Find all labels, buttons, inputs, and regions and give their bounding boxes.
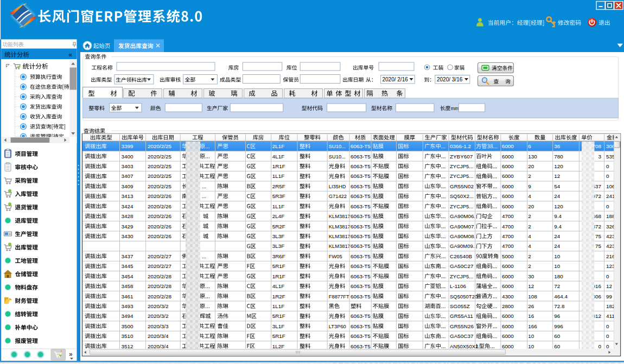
svg-text:GA90M07.: GA90M07. <box>450 223 475 229</box>
svg-text:5R2F: 5R2F <box>272 223 285 229</box>
svg-text:2020/2/25: 2020/2/25 <box>148 173 171 179</box>
svg-text:4L1F: 4L1F <box>272 154 285 159</box>
svg-text:2020/3/2: 2020/3/2 <box>148 303 168 309</box>
svg-text:6000: 6000 <box>502 173 514 179</box>
svg-text:6000: 6000 <box>502 313 514 319</box>
svg-text:6000: 6000 <box>502 343 514 349</box>
svg-text:AN50X50X2: AN50X50X2 <box>450 343 478 349</box>
svg-text:2800: 2800 <box>502 303 514 309</box>
svg-text:1L2F: 1L2F <box>272 343 285 349</box>
svg-text:2020/2/26: 2020/2/26 <box>148 193 171 199</box>
svg-text:5000: 5000 <box>502 253 514 259</box>
svg-text:...: ... <box>202 183 206 189</box>
svg-text:FW05: FW05 <box>329 253 342 259</box>
svg-text:2020/2/25: 2020/2/25 <box>148 163 171 169</box>
svg-text:3L1F: 3L1F <box>272 323 285 329</box>
svg-text:5R3F: 5R3F <box>272 193 285 199</box>
svg-text:3461: 3461 <box>122 293 133 299</box>
svg-text:6063-T5: 6063-T5 <box>351 243 371 249</box>
svg-text:99: 99 <box>606 293 612 299</box>
svg-text:6063-T5: 6063-T5 <box>351 173 371 179</box>
svg-text:75: 75 <box>595 233 601 239</box>
svg-text:180: 180 <box>554 273 563 279</box>
svg-text:6063-T5: 6063-T5 <box>351 323 371 329</box>
svg-text:2020/ 3/16: 2020/ 3/16 <box>437 76 463 82</box>
svg-text:6000: 6000 <box>502 193 514 199</box>
svg-text:3429: 3429 <box>122 223 133 229</box>
svg-text:60: 60 <box>554 333 560 339</box>
svg-text:6063-T5: 6063-T5 <box>351 233 371 239</box>
svg-text:1R1F: 1R1F <box>272 163 285 169</box>
svg-text:GA50C27: GA50C27 <box>450 263 473 269</box>
svg-text:2020/2/26: 2020/2/26 <box>148 233 171 239</box>
svg-text:2: 2 <box>528 213 531 219</box>
svg-text:6063-T5: 6063-T5 <box>351 293 371 299</box>
svg-text:3R6F: 3R6F <box>272 253 285 259</box>
svg-text:ZYCJP5...: ZYCJP5... <box>450 273 473 279</box>
svg-text:0: 0 <box>606 323 609 329</box>
svg-text:6063-T5: 6063-T5 <box>351 253 371 259</box>
svg-text:996: 996 <box>554 323 563 329</box>
svg-text:1R1F: 1R1F <box>272 273 285 279</box>
svg-text:6000: 6000 <box>502 143 514 149</box>
svg-text:1L1F: 1L1F <box>272 303 285 309</box>
svg-text:ZYCJP5...: ZYCJP5... <box>450 173 473 179</box>
svg-text:2020/2/25: 2020/2/25 <box>148 143 171 149</box>
svg-text:6000: 6000 <box>502 323 514 329</box>
svg-text:C26540B: C26540B <box>450 253 473 259</box>
svg-text:GR55A11: GR55A11 <box>450 313 473 319</box>
svg-text:36: 36 <box>554 143 560 149</box>
svg-text:6063-T5: 6063-T5 <box>351 263 371 269</box>
svg-text:2020/2/28: 2020/2/28 <box>148 273 171 279</box>
svg-text:3500: 3500 <box>122 323 133 329</box>
svg-text:KLM3817: KLM3817 <box>329 233 351 239</box>
svg-text:3510: 3510 <box>122 333 133 339</box>
svg-text:24: 24 <box>554 233 560 239</box>
svg-text:24: 24 <box>554 193 560 199</box>
svg-text:4: 4 <box>528 193 531 199</box>
svg-text:»: » <box>69 350 73 358</box>
svg-text:6063-T5: 6063-T5 <box>351 163 371 169</box>
svg-text:2020/2/26: 2020/2/26 <box>148 203 171 209</box>
svg-text:1L1F: 1L1F <box>272 173 285 179</box>
svg-text:3403: 3403 <box>122 163 133 169</box>
svg-text:72: 72 <box>554 283 560 289</box>
svg-text:GA50C37: GA50C37 <box>450 333 473 339</box>
svg-text:2: 2 <box>528 263 531 269</box>
svg-text:LT3P60: LT3P60 <box>329 323 346 329</box>
svg-text:4300: 4300 <box>502 293 514 299</box>
svg-text:0: 0 <box>598 343 602 349</box>
svg-text:75: 75 <box>595 243 601 249</box>
svg-text:5R1F: 5R1F <box>272 263 285 269</box>
svg-text:4700: 4700 <box>502 233 514 239</box>
svg-text:G71422: G71422 <box>329 193 347 199</box>
svg-text:L-1106: L-1106 <box>450 283 467 289</box>
svg-text:0: 0 <box>606 163 609 169</box>
svg-text:2: 2 <box>528 253 531 259</box>
svg-text:SQ5050T20: SQ5050T20 <box>450 293 477 299</box>
svg-text:6063-T5: 6063-T5 <box>351 283 371 289</box>
svg-text:2020/2/25: 2020/2/25 <box>148 154 171 159</box>
svg-text:12: 12 <box>554 173 560 179</box>
svg-text:...: ... <box>202 193 206 199</box>
svg-text:96: 96 <box>554 313 560 319</box>
svg-text:2020/2/28: 2020/2/28 <box>148 283 171 289</box>
svg-text:2020/2/26: 2020/2/26 <box>148 213 171 219</box>
svg-text:6000: 6000 <box>502 203 514 209</box>
svg-text:2020/3/3: 2020/3/3 <box>148 323 169 329</box>
svg-text:3L3F: 3L3F <box>272 233 285 239</box>
svg-text:GA90M06.: GA90M06. <box>450 213 475 219</box>
svg-text:1L1F: 1L1F <box>272 203 285 209</box>
svg-text:2020/2/25: 2020/2/25 <box>148 183 171 189</box>
svg-text:3428: 3428 <box>122 213 133 219</box>
svg-text:4700: 4700 <box>502 223 514 229</box>
svg-text:F8877FT: F8877FT <box>329 293 349 299</box>
svg-text:182: 182 <box>606 303 615 309</box>
svg-text:2L1F: 2L1F <box>272 143 285 149</box>
svg-text:6063-T5: 6063-T5 <box>351 143 371 149</box>
svg-text:2020/3/2: 2020/3/2 <box>148 313 168 319</box>
svg-text:GR55N26: GR55N26 <box>450 323 474 329</box>
svg-text:6000: 6000 <box>502 183 514 189</box>
svg-text:...: ... <box>202 253 206 259</box>
svg-text:0366-1.2: 0366-1.2 <box>450 143 471 149</box>
